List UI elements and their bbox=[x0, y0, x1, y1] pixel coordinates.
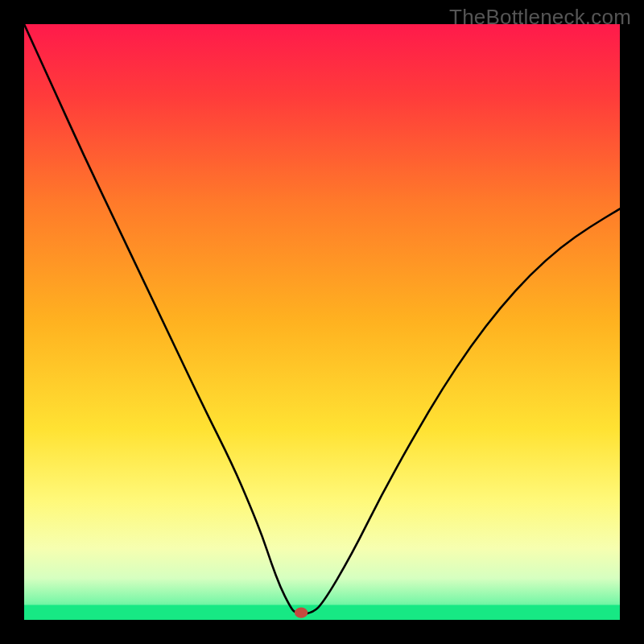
chart-container: TheBottleneck.com bbox=[0, 0, 644, 644]
gradient-background bbox=[24, 24, 620, 620]
plot-area bbox=[24, 24, 620, 620]
green-band bbox=[24, 605, 620, 621]
chart-svg bbox=[24, 24, 620, 620]
optimal-marker bbox=[295, 607, 308, 617]
